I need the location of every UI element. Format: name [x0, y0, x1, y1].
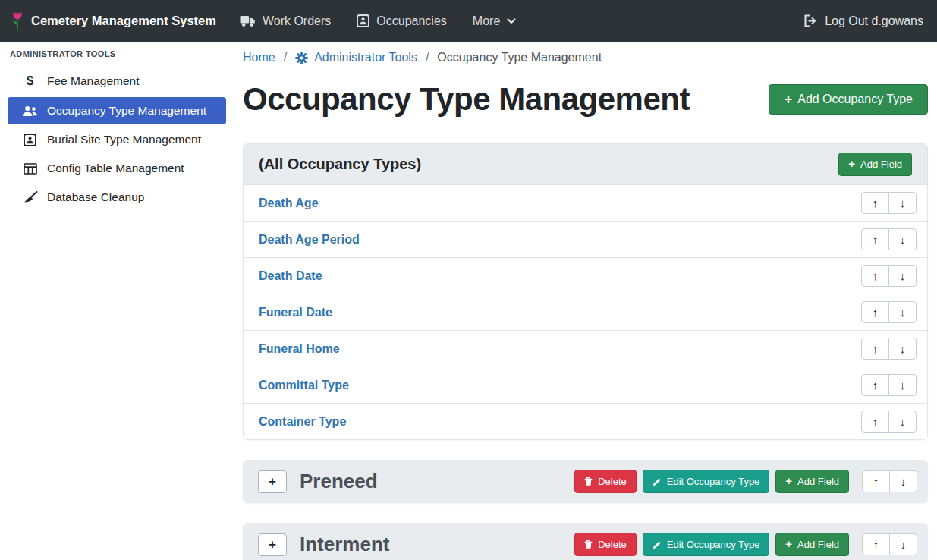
- move-down-button[interactable]: ↓: [888, 301, 917, 323]
- move-down-button[interactable]: ↓: [888, 228, 917, 250]
- breadcrumb: Home / Administr: [243, 49, 928, 66]
- reorder-button-group: ↑ ↓: [861, 301, 917, 323]
- move-up-button[interactable]: ↑: [861, 228, 889, 250]
- field-row: Container Type ↑ ↓: [244, 403, 927, 439]
- move-down-button[interactable]: ↓: [888, 192, 917, 214]
- delete-button[interactable]: Delete: [574, 470, 637, 493]
- navbar-links: Work Orders Occupancies More: [227, 8, 529, 34]
- arrow-down-icon: ↓: [901, 475, 907, 488]
- expand-section-button[interactable]: +: [258, 533, 287, 556]
- move-up-button[interactable]: ↑: [862, 470, 890, 492]
- sidebar-item-label: Database Cleanup: [47, 190, 144, 204]
- gear-icon: [295, 52, 308, 64]
- field-link[interactable]: Funeral Home: [259, 342, 340, 356]
- arrow-down-icon: ↓: [900, 342, 906, 355]
- field-row: Committal Type ↑ ↓: [244, 367, 927, 403]
- arrow-up-icon: ↑: [873, 233, 879, 246]
- sidebar: Administrator Tools $ Fee Management Occ…: [0, 42, 234, 560]
- nav-item-label: Occupancies: [376, 14, 447, 28]
- main-content: Home / Administr: [234, 42, 937, 560]
- all-occupancy-types-card: (All Occupancy Types) + Add Field Death …: [243, 143, 928, 440]
- move-up-button[interactable]: ↑: [861, 411, 889, 433]
- breadcrumb-separator: /: [426, 51, 429, 64]
- page-header: Occupancy Type Management + Add Occupanc…: [243, 81, 928, 118]
- arrow-up-icon: ↑: [873, 197, 879, 209]
- add-field-label: Add Field: [797, 476, 839, 487]
- move-up-button[interactable]: ↑: [861, 301, 889, 323]
- move-up-button[interactable]: ↑: [861, 338, 889, 360]
- sidebar-item-label: Config Table Management: [47, 162, 184, 175]
- arrow-down-icon: ↓: [900, 379, 906, 392]
- sidebar-item-fee-management[interactable]: $ Fee Management: [8, 67, 226, 96]
- nav-item-more[interactable]: More: [460, 8, 529, 34]
- field-link[interactable]: Death Age Period: [259, 233, 360, 247]
- arrow-up-icon: ↑: [873, 306, 879, 319]
- app-brand[interactable]: Cemetery Management System: [11, 11, 216, 31]
- add-field-button[interactable]: + Add Field: [838, 153, 912, 176]
- field-row: Death Age ↑ ↓: [244, 184, 927, 221]
- reorder-button-group: ↑ ↓: [862, 533, 917, 555]
- reorder-button-group: ↑ ↓: [862, 470, 917, 492]
- nav-item-occupancies[interactable]: Occupancies: [344, 8, 460, 34]
- move-up-button[interactable]: ↑: [861, 374, 889, 396]
- edit-occupancy-type-label: Edit Occupancy Type: [667, 476, 760, 487]
- reorder-button-group: ↑ ↓: [861, 374, 917, 396]
- occupancy-icon: [357, 14, 369, 27]
- nav-item-work-orders[interactable]: Work Orders: [227, 8, 344, 34]
- field-row: Death Date ↑ ↓: [244, 257, 927, 294]
- arrow-up-icon: ↑: [873, 475, 879, 488]
- move-up-button[interactable]: ↑: [861, 192, 889, 214]
- card-title: (All Occupancy Types): [259, 156, 421, 173]
- plus-icon: +: [269, 537, 276, 552]
- section-actions: Delete Edit Occupancy Type + Add Field ↑: [574, 533, 917, 556]
- edit-occupancy-type-button[interactable]: Edit Occupancy Type: [643, 533, 770, 556]
- page-title: Occupancy Type Management: [243, 81, 690, 118]
- sidebar-heading: Administrator Tools: [0, 49, 234, 58]
- field-link[interactable]: Container Type: [259, 415, 346, 429]
- top-navbar: Cemetery Management System Work Orders: [0, 0, 937, 42]
- pencil-icon: [652, 477, 662, 486]
- breadcrumb-separator: /: [284, 51, 287, 64]
- reorder-button-group: ↑ ↓: [861, 411, 917, 433]
- move-down-button[interactable]: ↓: [888, 374, 917, 396]
- logout-link[interactable]: Log Out d.gowans: [800, 8, 926, 34]
- move-down-button[interactable]: ↓: [889, 470, 917, 492]
- field-link[interactable]: Committal Type: [259, 379, 349, 392]
- plus-icon: +: [785, 539, 792, 550]
- section-title: Preneed: [300, 470, 574, 493]
- field-link[interactable]: Death Age: [259, 197, 319, 210]
- arrow-down-icon: ↓: [900, 269, 906, 282]
- field-link[interactable]: Death Date: [259, 269, 322, 283]
- pencil-icon: [652, 540, 662, 549]
- field-row: Funeral Date ↑ ↓: [244, 294, 927, 330]
- add-field-button[interactable]: + Add Field: [775, 533, 849, 556]
- expand-section-button[interactable]: +: [258, 470, 287, 493]
- sidebar-item-occupancy-type-management[interactable]: Occupancy Type Management: [8, 97, 226, 124]
- edit-occupancy-type-button[interactable]: Edit Occupancy Type: [643, 470, 770, 493]
- move-down-button[interactable]: ↓: [888, 411, 917, 433]
- add-occupancy-type-button[interactable]: + Add Occupancy Type: [769, 84, 928, 115]
- breadcrumb-home-link[interactable]: Home: [243, 51, 275, 64]
- users-icon: [22, 105, 38, 117]
- add-field-button[interactable]: + Add Field: [775, 470, 849, 493]
- card-header: (All Occupancy Types) + Add Field: [244, 144, 927, 184]
- arrow-down-icon: ↓: [901, 538, 907, 551]
- arrow-down-icon: ↓: [900, 306, 906, 319]
- field-link[interactable]: Funeral Date: [259, 306, 332, 319]
- reorder-button-group: ↑ ↓: [861, 192, 917, 214]
- reorder-button-group: ↑ ↓: [861, 265, 917, 287]
- move-down-button[interactable]: ↓: [888, 265, 917, 287]
- move-down-button[interactable]: ↓: [888, 338, 917, 360]
- delete-button[interactable]: Delete: [574, 533, 637, 556]
- move-down-button[interactable]: ↓: [889, 533, 917, 555]
- section-title: Interment: [300, 533, 574, 556]
- breadcrumb-admin-tools-link[interactable]: Administrator Tools: [295, 51, 417, 64]
- breadcrumb-label: Home: [243, 51, 275, 64]
- sidebar-item-burial-site-type-management[interactable]: Burial Site Type Management: [8, 126, 226, 153]
- caret-down-icon: [507, 18, 516, 24]
- move-up-button[interactable]: ↑: [862, 533, 890, 555]
- sidebar-item-label: Fee Management: [47, 74, 140, 88]
- sidebar-item-config-table-management[interactable]: Config Table Management: [8, 155, 226, 182]
- move-up-button[interactable]: ↑: [861, 265, 889, 287]
- sidebar-item-database-cleanup[interactable]: Database Cleanup: [8, 184, 226, 211]
